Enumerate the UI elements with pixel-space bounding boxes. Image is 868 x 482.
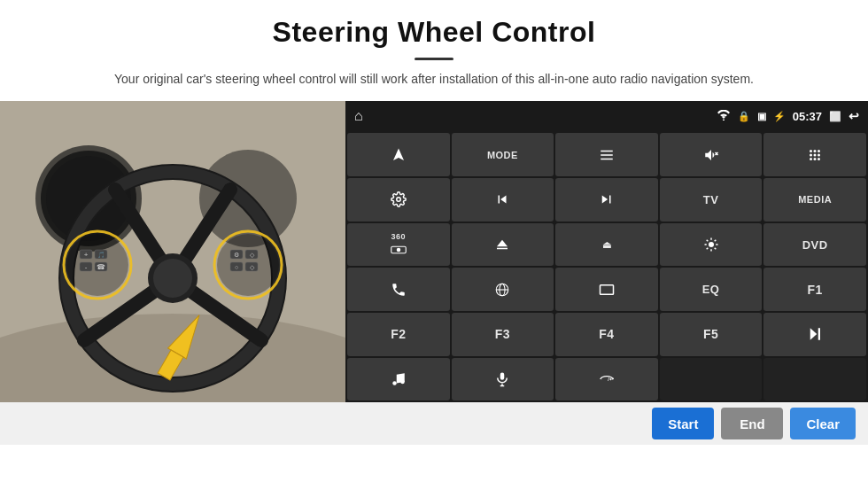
svg-text:⚙: ⚙ [234,252,239,258]
svg-point-47 [818,153,820,156]
brightness-btn[interactable] [660,223,763,267]
svg-point-43 [814,150,817,152]
svg-point-56 [709,242,714,247]
playpause-btn[interactable] [763,313,866,356]
svg-text:☎: ☎ [97,263,105,271]
control-panel: ⌂ 🔒 ▣ ⚡ 05:37 ⬜ ↩ MODE [345,101,868,402]
f4-btn[interactable]: F4 [555,313,658,356]
mute-btn[interactable] [660,133,763,176]
cam360-btn[interactable]: 360 [347,223,450,267]
page-title: Steering Wheel Control [0,0,868,52]
svg-rect-68 [600,284,613,294]
tv-btn[interactable]: TV [660,178,763,222]
button-grid: MODE TV MEDIA [345,131,868,402]
svg-text:🎵: 🎵 [97,251,105,259]
apps-btn[interactable] [763,133,866,176]
svg-rect-55 [497,248,508,250]
steering-wheel-image: + 🎵 - ☎ ⚙ ◇ ○ ◇ [0,101,345,402]
next-btn[interactable] [555,178,658,222]
browse-btn[interactable] [452,268,554,311]
title-divider [415,58,453,60]
svg-point-51 [397,198,401,202]
mic-btn[interactable] [452,358,554,401]
svg-point-45 [810,153,812,156]
bottom-bar: Start End Clear [0,402,868,445]
empty-btn-1 [660,358,763,401]
cast-icon: ⬜ [829,111,841,122]
mode-btn[interactable]: MODE [452,133,554,176]
svg-text:/↩: /↩ [608,377,614,382]
radio-btn[interactable]: ⏏ [555,223,658,267]
svg-point-49 [814,158,817,160]
media-btn[interactable]: MEDIA [763,178,866,222]
prev-btn[interactable] [452,178,554,222]
svg-rect-73 [500,373,505,380]
svg-rect-70 [818,329,820,341]
svg-rect-39 [601,158,613,159]
list-btn[interactable] [555,133,658,176]
phone-btn[interactable] [347,268,450,311]
svg-point-48 [810,158,812,160]
settings-btn[interactable] [347,178,450,222]
eject-btn[interactable] [452,223,554,267]
lock-icon: 🔒 [738,111,750,122]
svg-marker-69 [810,329,818,341]
eq-btn[interactable]: EQ [660,268,763,311]
f2-btn[interactable]: F2 [347,313,450,356]
svg-point-13 [153,259,192,298]
svg-point-46 [814,153,817,156]
svg-point-42 [810,150,812,152]
home-icon[interactable]: ⌂ [354,108,363,124]
svg-marker-54 [497,240,508,247]
empty-btn-2 [763,358,866,401]
svg-point-72 [400,380,405,385]
svg-text:-: - [85,263,88,271]
screen-btn[interactable] [555,268,658,311]
svg-point-53 [397,247,401,252]
svg-point-44 [818,150,820,152]
f3-btn[interactable]: F3 [452,313,554,356]
dvd-btn[interactable]: DVD [763,223,866,267]
svg-point-50 [818,158,820,160]
svg-line-64 [706,248,708,250]
call-end-btn[interactable]: /↩ [555,358,658,401]
clear-button[interactable]: Clear [790,408,856,439]
bt-icon: ⚡ [773,111,786,122]
start-button[interactable]: Start [652,408,714,439]
f5-btn[interactable]: F5 [660,313,763,356]
svg-text:+: + [84,251,89,259]
music-btn[interactable] [347,358,450,401]
back-icon[interactable]: ↩ [849,109,859,123]
svg-point-71 [392,381,397,385]
svg-text:○: ○ [235,264,238,270]
svg-point-36 [723,119,725,120]
svg-line-61 [706,240,708,242]
wifi-icon [717,110,731,123]
clock-display: 05:37 [793,110,822,123]
svg-rect-37 [601,150,613,152]
f1-btn[interactable]: F1 [763,268,866,311]
status-bar: ⌂ 🔒 ▣ ⚡ 05:37 ⬜ ↩ [345,101,868,131]
sim-icon: ▣ [757,111,766,122]
svg-line-62 [714,248,716,250]
svg-line-63 [714,240,716,242]
subtitle-text: Your original car's steering wheel contr… [0,69,868,89]
nav-btn[interactable] [347,133,450,176]
end-button[interactable]: End [721,408,783,439]
svg-rect-38 [601,154,613,156]
